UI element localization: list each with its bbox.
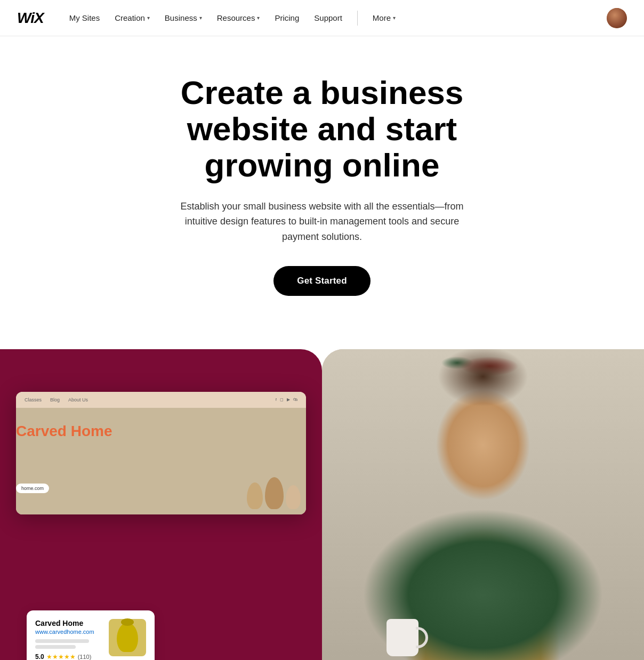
facebook-icon: f — [276, 397, 277, 402]
vase-1 — [247, 482, 263, 509]
mockup-nav-links: Classes Blog About Us — [25, 397, 265, 403]
review-product-image — [109, 619, 146, 656]
mockup-business-title: Carved Home — [16, 424, 112, 439]
image-section: Classes Blog About Us f ◻ ▶ 🛍 Carved Hom… — [0, 349, 644, 660]
review-count: (110) — [78, 654, 92, 660]
right-panel — [322, 349, 644, 660]
person-figure — [322, 349, 644, 660]
chevron-down-icon: ▾ — [199, 15, 202, 21]
nav-my-sites[interactable]: My Sites — [63, 10, 107, 26]
avatar-image — [607, 8, 627, 28]
mockup-nav-blog: Blog — [50, 397, 60, 403]
website-mockup: Classes Blog About Us f ◻ ▶ 🛍 Carved Hom… — [16, 392, 306, 514]
vase-2 — [265, 477, 284, 509]
mockup-nav-about: About Us — [68, 397, 88, 403]
review-text: Carved Home www.carvedhome.com 5.0 ★★★★★… — [35, 619, 102, 660]
left-panel: Classes Blog About Us f ◻ ▶ 🛍 Carved Hom… — [0, 349, 322, 660]
hero-subtitle: Establish your small business website wi… — [167, 199, 477, 245]
logo[interactable]: WiX — [17, 10, 44, 27]
chevron-down-icon: ▾ — [147, 15, 150, 21]
review-stars: ★★★★★ — [46, 653, 76, 660]
mockup-nav-classes: Classes — [25, 397, 42, 403]
mockup-nav-icons: f ◻ ▶ 🛍 — [276, 397, 297, 402]
nav-resources[interactable]: Resources ▾ — [211, 10, 267, 26]
coffee-mug — [387, 619, 418, 656]
review-lines — [35, 639, 102, 649]
nav-support[interactable]: Support — [308, 10, 349, 26]
review-line-2 — [35, 645, 76, 649]
vase-3 — [286, 485, 301, 509]
shop-icon: 🛍 — [293, 397, 297, 402]
nav-pricing[interactable]: Pricing — [268, 10, 305, 26]
right-panel-content — [322, 349, 644, 660]
nav-links: My Sites Creation ▾ Business ▾ Resources… — [63, 10, 607, 26]
nav-more[interactable]: More ▾ — [366, 10, 402, 26]
mockup-nav-bar: Classes Blog About Us f ◻ ▶ 🛍 — [16, 392, 306, 408]
hero-section: Create a business website and start grow… — [0, 36, 644, 339]
navbar: WiX My Sites Creation ▾ Business ▾ Resou… — [0, 0, 644, 36]
instagram-icon: ◻ — [280, 397, 284, 402]
review-stars-row: 5.0 ★★★★★ (110) — [35, 653, 102, 660]
product-vase — [117, 623, 138, 652]
nav-divider — [357, 11, 358, 26]
chevron-down-icon: ▾ — [257, 15, 260, 21]
review-rating: 5.0 — [35, 653, 44, 660]
mockup-hero-bg: Carved Home home.com — [16, 408, 306, 514]
nav-business[interactable]: Business ▾ — [158, 10, 208, 26]
chevron-down-icon: ▾ — [393, 15, 396, 21]
mockup-body: Carved Home home.com — [16, 408, 306, 514]
review-url: www.carvedhome.com — [35, 629, 102, 635]
get-started-button[interactable]: Get Started — [273, 266, 371, 296]
nav-creation[interactable]: Creation ▾ — [108, 10, 156, 26]
youtube-icon: ▶ — [287, 397, 290, 402]
review-line-1 — [35, 639, 89, 643]
user-avatar[interactable] — [607, 8, 627, 28]
mockup-url-pill: home.com — [16, 484, 49, 493]
review-business-name: Carved Home — [35, 619, 102, 627]
hero-title: Create a business website and start grow… — [119, 75, 525, 184]
review-card: Carved Home www.carvedhome.com 5.0 ★★★★★… — [27, 610, 155, 660]
vases-decoration — [241, 472, 306, 514]
